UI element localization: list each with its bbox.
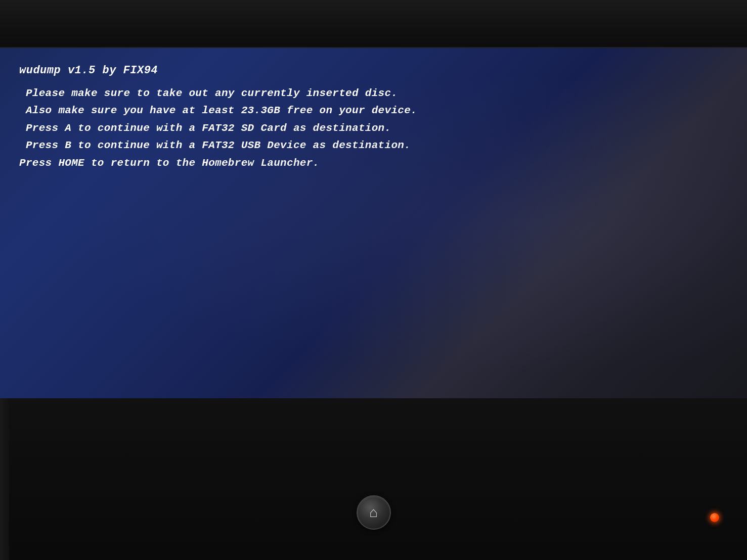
home-icon: ⌂ <box>369 505 378 520</box>
screen-container: wudump v1.5 by FIX94 Please make sure to… <box>0 48 747 398</box>
home-button[interactable]: ⌂ <box>357 495 391 530</box>
title-line: wudump v1.5 by FIX94 <box>19 64 728 77</box>
content-lines: Please make sure to take out any current… <box>19 86 728 171</box>
line-3: Press A to continue with a FAT32 SD Card… <box>19 121 728 136</box>
top-bezel <box>0 0 747 48</box>
bottom-bezel: ⌂ <box>0 398 747 560</box>
line-1: Please make sure to take out any current… <box>19 86 728 101</box>
line-4: Press B to continue with a FAT32 USB Dev… <box>19 138 728 153</box>
led-indicator <box>710 513 719 522</box>
screen: wudump v1.5 by FIX94 Please make sure to… <box>0 48 747 398</box>
left-strip <box>0 398 9 560</box>
line-2: Also make sure you have at least 23.3GB … <box>19 103 728 118</box>
line-5: Press HOME to return to the Homebrew Lau… <box>19 156 728 171</box>
